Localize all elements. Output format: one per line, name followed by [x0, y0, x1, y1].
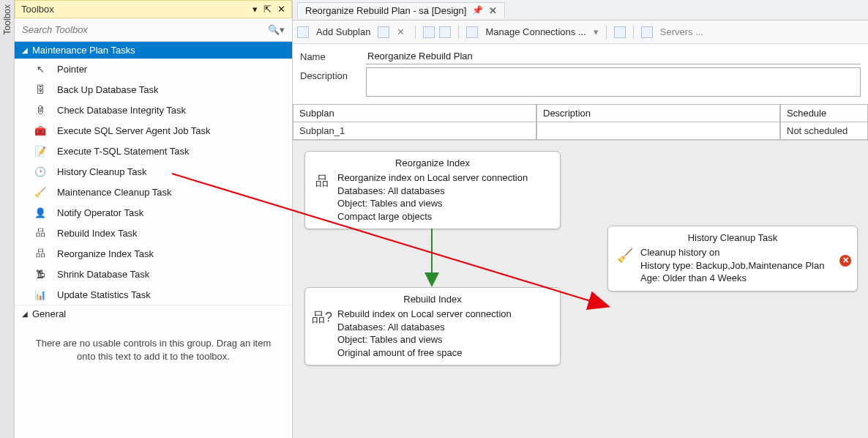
task-shrink-db[interactable]: 🗜Shrink Database Task	[15, 264, 292, 284]
cell-subplan: Subplan_1	[293, 122, 536, 140]
search-input[interactable]	[19, 21, 265, 38]
node-body: Cleanup history on History type: Backup,…	[640, 246, 824, 285]
document-tab[interactable]: Reorganize Rebuild Plan - sa [Design] 📌 …	[297, 2, 505, 18]
cell-description	[536, 122, 780, 140]
shrink-icon: 🗜	[34, 267, 47, 281]
reorganize-index-icon: 品	[313, 171, 332, 190]
connections-icon	[466, 26, 478, 38]
task-exec-agent-job[interactable]: 🧰Execute SQL Server Agent Job Task	[15, 120, 292, 141]
task-update-stats[interactable]: 📊Update Statistics Task	[15, 284, 292, 305]
job-icon: 🧰	[34, 124, 47, 137]
node-rebuild-index[interactable]: Rebuild Index 品? Rebuild index on Local …	[304, 287, 561, 365]
col-description[interactable]: Description	[536, 105, 780, 122]
task-rebuild-index[interactable]: 品Rebuild Index Task	[15, 223, 292, 243]
task-maintenance-cleanup[interactable]: 🧹Maintenance Cleanup Task	[15, 182, 292, 202]
manage-connections-button[interactable]: Manage Connections ...	[482, 25, 588, 39]
description-label: Description	[300, 67, 366, 81]
log-icon[interactable]	[614, 26, 626, 38]
pin-icon[interactable]: ⇱	[263, 4, 272, 15]
edit-icon[interactable]	[378, 26, 389, 38]
task-check-db-integrity[interactable]: 🛢Check Database Integrity Task	[15, 100, 292, 120]
backup-icon: 🗄	[34, 83, 47, 96]
task-exec-tsql[interactable]: 📝Execute T-SQL Statement Task	[15, 141, 292, 161]
group-general-label: General	[32, 308, 66, 319]
node-title: Reorganize Index	[313, 157, 553, 168]
servers-icon	[641, 26, 653, 38]
node-title: Rebuild Index	[313, 294, 553, 305]
task-reorganize-index[interactable]: 品Reorganize Index Task	[15, 243, 292, 264]
calendar-icon[interactable]	[423, 26, 435, 38]
stats-icon: 📊	[34, 288, 47, 301]
task-history-cleanup[interactable]: 🕑History Cleanup Task	[15, 161, 292, 182]
chevron-down-icon: ◢	[22, 310, 28, 318]
close-icon[interactable]: ✕	[277, 4, 285, 15]
design-canvas[interactable]: Reorganize Index 品 Reorganize index on L…	[293, 140, 868, 438]
task-backup-db[interactable]: 🗄Back Up Database Task	[15, 79, 292, 100]
dropdown-icon[interactable]: ▾	[252, 4, 258, 15]
designer-panel: Reorganize Rebuild Plan - sa [Design] 📌 …	[293, 0, 868, 438]
toolbox-search: 🔍▾	[15, 18, 292, 42]
node-body: Rebuild index on Local server connection…	[337, 308, 512, 359]
document-tab-strip: Reorganize Rebuild Plan - sa [Design] 📌 …	[293, 0, 868, 21]
task-pointer[interactable]: ↖Pointer	[15, 59, 292, 79]
description-field[interactable]	[366, 67, 861, 97]
toolbox-panel-header: Toolbox ▾ ⇱ ✕	[15, 0, 292, 18]
node-history-cleanup[interactable]: History Cleanup Task 🧹 Cleanup history o…	[607, 226, 858, 292]
db-icon: 🛢	[34, 103, 47, 116]
cell-schedule: Not scheduled	[780, 122, 868, 140]
chevron-down-icon: ◢	[22, 46, 28, 54]
group-general-header[interactable]: ◢ General	[15, 305, 292, 322]
tsql-icon: 📝	[34, 144, 47, 157]
subplan-icon	[297, 26, 309, 38]
search-icon[interactable]: 🔍▾	[265, 24, 288, 35]
notify-icon: 👤	[34, 206, 47, 219]
pointer-icon: ↖	[34, 62, 47, 75]
node-reorganize-index[interactable]: Reorganize Index 品 Reorganize index on L…	[304, 151, 561, 229]
history-icon: 🕑	[34, 165, 47, 178]
table-row[interactable]: Subplan_1 Not scheduled	[293, 122, 868, 140]
group-general-empty: There are no usable controls in this gro…	[15, 322, 292, 378]
reorg-icon: 品	[34, 247, 47, 260]
node-body: Reorganize index on Local server connect…	[337, 171, 528, 223]
name-field[interactable]: Reorganize Rebuild Plan	[366, 48, 861, 64]
broom-icon: 🧹	[34, 185, 47, 198]
task-list: ↖Pointer 🗄Back Up Database Task 🛢Check D…	[15, 59, 292, 305]
delete-icon: ✕	[394, 25, 408, 39]
add-subplan-button[interactable]: Add Subplan	[313, 25, 373, 39]
task-notify-operator[interactable]: 👤Notify Operator Task	[15, 202, 292, 223]
side-toolbox-label: Toolbox	[2, 4, 12, 34]
subplan-grid: Subplan Description Schedule Subplan_1 N…	[293, 104, 868, 140]
calendar-remove-icon[interactable]	[439, 26, 451, 38]
group-tasks-label: Maintenance Plan Tasks	[32, 45, 135, 56]
document-tab-title: Reorganize Rebuild Plan - sa [Design]	[305, 5, 466, 16]
servers-button[interactable]: Servers ...	[657, 25, 706, 39]
node-title: History Cleanup Task	[616, 232, 850, 243]
plan-properties: Name Reorganize Rebuild Plan Description	[293, 44, 868, 104]
name-label: Name	[300, 48, 366, 62]
designer-toolbar: Add Subplan ✕ Manage Connections ... ▾ S…	[293, 21, 868, 44]
close-icon[interactable]: ✕	[489, 5, 497, 16]
rebuild-index-icon: 品?	[313, 308, 332, 327]
node-error-icon[interactable]: ✕	[839, 255, 851, 267]
col-subplan[interactable]: Subplan	[293, 105, 536, 122]
col-schedule[interactable]: Schedule	[780, 105, 868, 122]
pin-icon[interactable]: 📌	[472, 5, 483, 15]
toolbox-title: Toolbox	[21, 4, 54, 15]
group-tasks-header[interactable]: ◢ Maintenance Plan Tasks	[15, 42, 292, 59]
toolbox-panel: Toolbox ▾ ⇱ ✕ 🔍▾ ◢ Maintenance Plan Task…	[15, 0, 293, 438]
side-toolbox-tab[interactable]: Toolbox	[0, 0, 15, 438]
rebuild-icon: 品	[34, 226, 47, 240]
history-cleanup-icon: 🧹	[616, 246, 635, 265]
